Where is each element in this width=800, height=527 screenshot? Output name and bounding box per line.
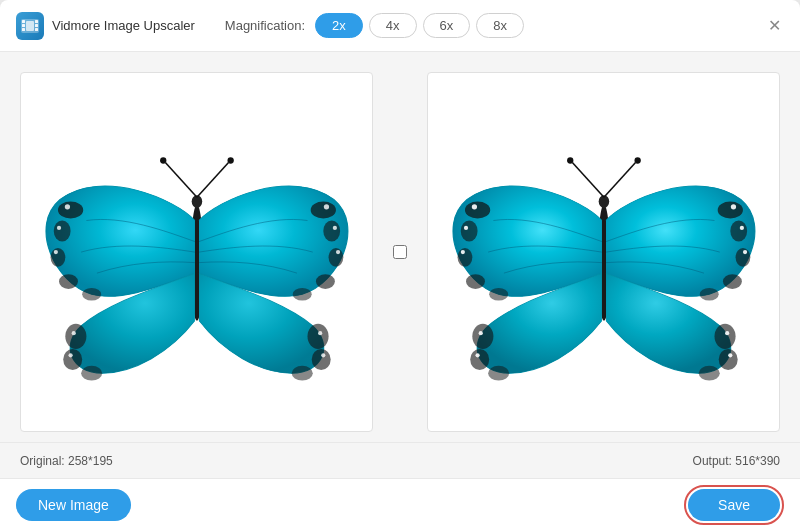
svg-point-25 bbox=[328, 248, 343, 267]
svg-point-39 bbox=[318, 331, 322, 335]
svg-point-40 bbox=[321, 353, 325, 357]
output-info: Output: 516*390 bbox=[410, 454, 780, 468]
svg-point-30 bbox=[335, 250, 339, 254]
svg-point-51 bbox=[466, 274, 485, 289]
svg-point-12 bbox=[160, 157, 166, 163]
svg-point-56 bbox=[717, 201, 742, 218]
mag-btn-8x[interactable]: 8x bbox=[476, 13, 524, 38]
new-image-button[interactable]: New Image bbox=[16, 489, 131, 521]
svg-point-32 bbox=[63, 349, 82, 370]
svg-point-64 bbox=[472, 324, 493, 349]
svg-point-70 bbox=[718, 349, 737, 370]
svg-rect-2 bbox=[22, 24, 25, 27]
titlebar: Vidmore Image Upscaler Magnification: 2x… bbox=[0, 0, 800, 52]
svg-point-18 bbox=[59, 274, 78, 289]
save-button-wrapper: Save bbox=[684, 485, 784, 525]
svg-point-57 bbox=[730, 220, 747, 241]
svg-point-68 bbox=[475, 353, 479, 357]
svg-point-17 bbox=[50, 248, 65, 267]
main-content bbox=[0, 52, 800, 442]
save-button[interactable]: Save bbox=[688, 489, 780, 521]
svg-point-15 bbox=[58, 201, 83, 218]
svg-point-27 bbox=[292, 288, 311, 301]
svg-rect-5 bbox=[35, 24, 38, 27]
svg-point-36 bbox=[307, 324, 328, 349]
original-image-panel bbox=[20, 72, 373, 432]
svg-point-73 bbox=[728, 353, 732, 357]
svg-point-62 bbox=[739, 226, 743, 230]
compare-divider bbox=[393, 245, 407, 259]
svg-point-61 bbox=[730, 204, 735, 209]
original-butterfly bbox=[39, 91, 355, 413]
svg-point-47 bbox=[634, 157, 640, 163]
svg-point-63 bbox=[742, 250, 746, 254]
svg-point-66 bbox=[488, 366, 509, 381]
svg-point-71 bbox=[698, 366, 719, 381]
app-title: Vidmore Image Upscaler bbox=[52, 18, 195, 33]
svg-point-24 bbox=[323, 220, 340, 241]
original-info: Original: 258*195 bbox=[20, 454, 390, 468]
svg-rect-7 bbox=[26, 21, 34, 31]
svg-rect-3 bbox=[22, 28, 25, 31]
svg-point-35 bbox=[68, 353, 72, 357]
svg-point-14 bbox=[227, 157, 233, 163]
svg-rect-6 bbox=[35, 28, 38, 31]
mag-btn-2x[interactable]: 2x bbox=[315, 13, 363, 38]
svg-point-29 bbox=[332, 226, 336, 230]
svg-point-72 bbox=[725, 331, 729, 335]
svg-point-53 bbox=[471, 204, 476, 209]
svg-point-65 bbox=[470, 349, 489, 370]
svg-point-31 bbox=[65, 324, 86, 349]
svg-rect-4 bbox=[35, 20, 38, 23]
mag-btn-6x[interactable]: 6x bbox=[423, 13, 471, 38]
app-window: Vidmore Image Upscaler Magnification: 2x… bbox=[0, 0, 800, 527]
svg-point-37 bbox=[311, 349, 330, 370]
svg-point-20 bbox=[64, 204, 69, 209]
svg-point-45 bbox=[567, 157, 573, 163]
svg-point-34 bbox=[71, 331, 75, 335]
svg-point-48 bbox=[465, 201, 490, 218]
svg-point-33 bbox=[81, 366, 102, 381]
svg-point-54 bbox=[463, 226, 467, 230]
output-image-panel bbox=[427, 72, 780, 432]
mag-btn-4x[interactable]: 4x bbox=[369, 13, 417, 38]
svg-point-58 bbox=[735, 248, 750, 267]
magnification-label: Magnification: bbox=[225, 18, 305, 33]
svg-point-28 bbox=[323, 204, 328, 209]
compare-checkbox[interactable] bbox=[393, 245, 407, 259]
svg-point-38 bbox=[291, 366, 312, 381]
svg-point-19 bbox=[82, 288, 101, 301]
svg-point-52 bbox=[489, 288, 508, 301]
close-button[interactable]: ✕ bbox=[764, 16, 784, 36]
info-bar: Original: 258*195 Output: 516*390 bbox=[0, 442, 800, 478]
svg-point-50 bbox=[457, 248, 472, 267]
svg-point-59 bbox=[722, 274, 741, 289]
bottom-bar: New Image Save bbox=[0, 478, 800, 527]
svg-point-49 bbox=[460, 220, 477, 241]
svg-point-69 bbox=[714, 324, 735, 349]
svg-point-16 bbox=[53, 220, 70, 241]
svg-point-21 bbox=[56, 226, 60, 230]
svg-rect-1 bbox=[22, 20, 25, 23]
output-butterfly bbox=[446, 91, 762, 413]
svg-point-60 bbox=[699, 288, 718, 301]
svg-point-67 bbox=[478, 331, 482, 335]
svg-point-55 bbox=[460, 250, 464, 254]
app-icon bbox=[16, 12, 44, 40]
magnification-buttons: 2x 4x 6x 8x bbox=[315, 13, 524, 38]
svg-point-23 bbox=[310, 201, 335, 218]
svg-point-26 bbox=[315, 274, 334, 289]
svg-point-22 bbox=[53, 250, 57, 254]
